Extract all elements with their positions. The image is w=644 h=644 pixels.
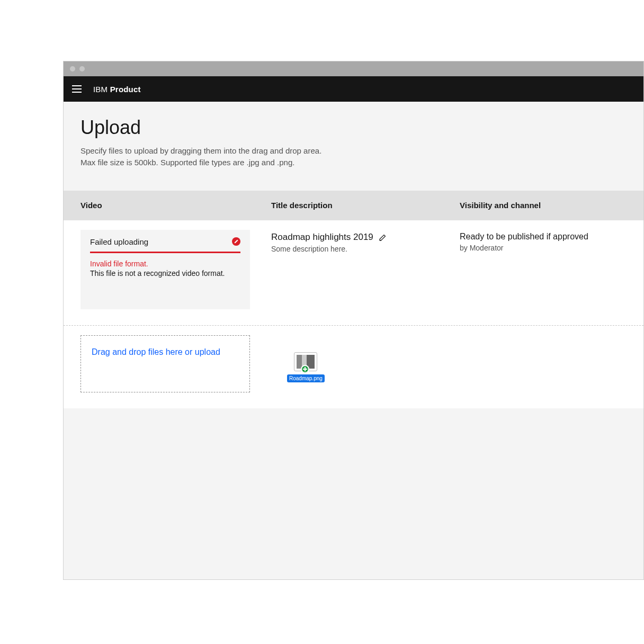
- cell-visibility: Ready to be published if approved by Mod…: [450, 230, 643, 316]
- error-body: Invalid file format. This file is not a …: [80, 253, 250, 309]
- item-description: Some description here.: [271, 245, 450, 253]
- upload-status-label: Failed uploading: [90, 237, 148, 246]
- traffic-light-dot[interactable]: [79, 66, 85, 71]
- col-header-video: Video: [64, 201, 262, 210]
- visibility-by: by Moderator: [460, 244, 643, 252]
- cell-video: Failed uploading Invalid file format. Th…: [64, 230, 262, 316]
- error-detail: This file is not a recognized video form…: [90, 269, 240, 278]
- table-header: Video Title description Visibility and c…: [64, 191, 643, 220]
- page-content: Upload Specify files to upload by draggi…: [64, 102, 643, 579]
- table-row: Failed uploading Invalid file format. Th…: [64, 220, 643, 325]
- page-description: Specify files to upload by dragging them…: [64, 145, 643, 168]
- drop-row: Drag and drop files here or upload Roadm…: [64, 325, 643, 408]
- cell-title: Roadmap highlights 2019 Some description…: [262, 230, 450, 316]
- drop-zone-text: Drag and drop files here or upload: [92, 346, 239, 358]
- page-title: Upload: [64, 117, 643, 139]
- window-titlebar: [64, 61, 643, 76]
- brand-prefix: IBM: [93, 85, 108, 94]
- visibility-status: Ready to be published if approved: [460, 232, 643, 241]
- title-line: Roadmap highlights 2019: [271, 232, 450, 243]
- dragged-file[interactable]: Roadmap.png: [287, 352, 325, 382]
- col-header-visibility: Visibility and channel: [450, 201, 643, 210]
- edit-icon[interactable]: [379, 233, 387, 241]
- add-badge-icon: [301, 365, 309, 373]
- app-header: IBM Product: [64, 76, 643, 102]
- item-title: Roadmap highlights 2019: [271, 232, 373, 243]
- error-icon: [232, 237, 240, 246]
- brand-name: Product: [110, 85, 141, 94]
- file-name-label: Roadmap.png: [287, 374, 325, 382]
- uploads-table: Video Title description Visibility and c…: [64, 191, 643, 408]
- upload-error-header: Failed uploading: [80, 230, 250, 252]
- col-header-title: Title description: [262, 201, 450, 210]
- menu-icon[interactable]: [72, 84, 83, 94]
- app-window: IBM Product Upload Specify files to uplo…: [63, 61, 644, 580]
- brand-label: IBM Product: [93, 85, 141, 94]
- upload-error-box: Failed uploading Invalid file format. Th…: [80, 230, 250, 309]
- drop-zone[interactable]: Drag and drop files here or upload: [80, 335, 250, 392]
- error-reason: Invalid file format.: [90, 260, 240, 268]
- traffic-light-dot[interactable]: [70, 66, 75, 71]
